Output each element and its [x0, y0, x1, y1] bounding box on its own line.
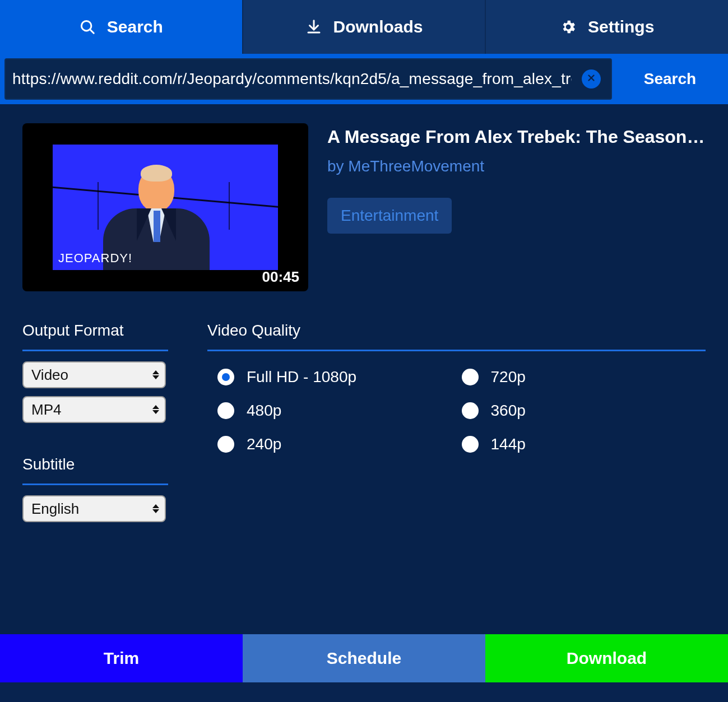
- output-type-select[interactable]: Video: [22, 361, 166, 388]
- quality-option[interactable]: 720p: [462, 368, 706, 386]
- quality-grid: Full HD - 1080p720p480p360p240p144p: [207, 361, 706, 453]
- tab-search[interactable]: Search: [0, 0, 243, 54]
- quality-option[interactable]: 360p: [462, 402, 706, 420]
- video-quality-heading: Video Quality: [207, 322, 706, 351]
- search-button-label: Search: [644, 70, 696, 88]
- quality-label: 360p: [491, 402, 526, 420]
- svg-line-1: [90, 30, 94, 33]
- main-panel: JEOPARDY! 00:45 A Message From Alex Treb…: [0, 104, 728, 634]
- video-title: A Message From Alex Trebek: The Season o…: [327, 127, 706, 147]
- radio-icon: [462, 402, 479, 419]
- video-by-prefix: by: [327, 157, 348, 175]
- quality-label: 480p: [247, 402, 281, 420]
- output-container-select[interactable]: MP4: [22, 396, 166, 423]
- radio-icon: [217, 402, 234, 419]
- clear-url-button[interactable]: [582, 69, 601, 89]
- url-input[interactable]: [12, 70, 572, 88]
- subtitle-select[interactable]: English: [22, 495, 166, 522]
- category-label: Entertainment: [341, 207, 438, 224]
- schedule-button[interactable]: Schedule: [243, 634, 485, 682]
- video-row: JEOPARDY! 00:45 A Message From Alex Treb…: [22, 123, 706, 291]
- subtitle-heading: Subtitle: [22, 455, 168, 485]
- quality-option[interactable]: Full HD - 1080p: [217, 368, 462, 386]
- select-arrow-icon: [152, 405, 159, 414]
- video-meta: A Message From Alex Trebek: The Season o…: [327, 123, 706, 234]
- download-button[interactable]: Download: [485, 634, 728, 682]
- tab-downloads-label: Downloads: [333, 17, 423, 36]
- select-arrow-icon: [152, 370, 159, 379]
- top-tabs: Search Downloads Settings: [0, 0, 728, 54]
- bottom-action-bar: Trim Schedule Download: [0, 634, 728, 682]
- radio-icon: [462, 436, 479, 453]
- quality-label: Full HD - 1080p: [247, 368, 356, 386]
- download-icon: [305, 18, 322, 35]
- tab-settings[interactable]: Settings: [486, 0, 728, 54]
- category-chip[interactable]: Entertainment: [327, 198, 452, 234]
- quality-option[interactable]: 240p: [217, 435, 462, 453]
- video-author[interactable]: by MeThreeMovement: [327, 157, 706, 175]
- select-arrow-icon: [152, 504, 159, 513]
- options-panel: Output Format Video MP4 Subtitle English…: [22, 322, 706, 530]
- quality-option[interactable]: 144p: [462, 435, 706, 453]
- options-left-column: Output Format Video MP4 Subtitle English: [22, 322, 168, 530]
- output-container-value: MP4: [31, 401, 61, 419]
- output-type-value: Video: [31, 366, 68, 384]
- quality-label: 240p: [247, 435, 281, 453]
- output-format-heading: Output Format: [22, 322, 168, 351]
- schedule-label: Schedule: [327, 649, 401, 668]
- tab-settings-label: Settings: [588, 17, 654, 36]
- trim-button[interactable]: Trim: [0, 634, 243, 682]
- tab-downloads[interactable]: Downloads: [243, 0, 486, 54]
- trim-label: Trim: [104, 649, 139, 668]
- quality-label: 720p: [491, 368, 526, 386]
- url-bar: Search: [0, 54, 728, 104]
- url-input-wrapper: [4, 58, 612, 100]
- quality-option[interactable]: 480p: [217, 402, 462, 420]
- quality-label: 144p: [491, 435, 526, 453]
- radio-icon: [217, 369, 234, 385]
- video-thumbnail[interactable]: JEOPARDY! 00:45: [22, 123, 308, 291]
- options-right-column: Video Quality Full HD - 1080p720p480p360…: [207, 322, 706, 530]
- video-author-name: MeThreeMovement: [348, 157, 484, 175]
- show-logo: JEOPARDY!: [58, 251, 132, 266]
- gear-icon: [560, 18, 577, 35]
- radio-icon: [217, 436, 234, 453]
- subtitle-value: English: [31, 500, 79, 518]
- radio-icon: [462, 369, 479, 385]
- video-duration: 00:45: [262, 268, 300, 286]
- close-icon: [586, 73, 596, 85]
- download-label: Download: [567, 649, 647, 668]
- search-button[interactable]: Search: [612, 58, 728, 100]
- search-icon: [79, 18, 96, 35]
- tab-search-label: Search: [107, 17, 163, 36]
